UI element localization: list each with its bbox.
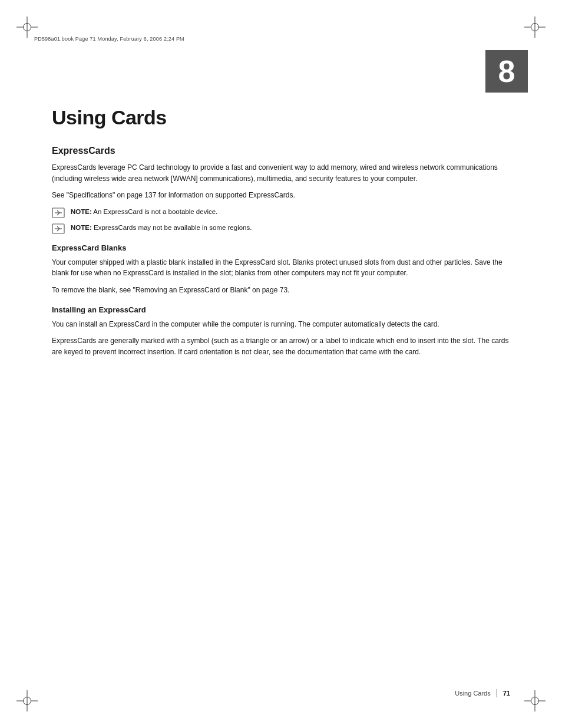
section-installing: Installing an ExpressCard You can instal… xyxy=(52,305,510,358)
header-bar: PD598a01.book Page 71 Monday, February 6… xyxy=(34,34,528,44)
note-2: NOTE: ExpressCards may not be available … xyxy=(52,223,510,234)
chapter-box: 8 xyxy=(485,50,528,93)
subsection-heading-installing: Installing an ExpressCard xyxy=(52,305,510,314)
note-1-label: NOTE: xyxy=(71,208,92,215)
corner-mark-bottom-right xyxy=(524,690,546,711)
section-expresscards: ExpressCards ExpressCards leverage PC Ca… xyxy=(52,146,510,234)
footer-label: Using Cards xyxy=(455,690,491,697)
page-title: Using Cards xyxy=(52,106,510,129)
chapter-number: 8 xyxy=(498,56,515,87)
note-icon-1 xyxy=(52,207,65,218)
note-1-text: NOTE: An ExpressCard is not a bootable d… xyxy=(71,207,217,216)
subsection-heading-blanks: ExpressCard Blanks xyxy=(52,243,510,252)
corner-mark-bottom-left xyxy=(16,690,38,711)
note-1: NOTE: An ExpressCard is not a bootable d… xyxy=(52,207,510,218)
page: PD598a01.book Page 71 Monday, February 6… xyxy=(0,0,562,728)
installing-para-2: ExpressCards are generally marked with a… xyxy=(52,335,510,357)
expresscards-para-2: See "Specifications" on page 137 for inf… xyxy=(52,190,510,201)
blanks-para-2: To remove the blank, see "Removing an Ex… xyxy=(52,285,510,296)
header-text: PD598a01.book Page 71 Monday, February 6… xyxy=(34,36,184,42)
section-heading-expresscards: ExpressCards xyxy=(52,146,510,156)
footer: Using Cards 71 xyxy=(52,689,510,697)
blanks-para-1: Your computer shipped with a plastic bla… xyxy=(52,257,510,279)
expresscards-para-1: ExpressCards leverage PC Card technology… xyxy=(52,162,510,184)
note-icon-2 xyxy=(52,223,65,234)
content-area: Using Cards ExpressCards ExpressCards le… xyxy=(52,106,510,669)
footer-page-number: 71 xyxy=(503,690,510,697)
note-2-text: NOTE: ExpressCards may not be available … xyxy=(71,223,252,232)
installing-para-1: You can install an ExpressCard in the co… xyxy=(52,319,510,330)
section-expresscard-blanks: ExpressCard Blanks Your computer shipped… xyxy=(52,243,510,296)
note-2-label: NOTE: xyxy=(71,224,92,231)
footer-separator-icon xyxy=(497,689,497,697)
